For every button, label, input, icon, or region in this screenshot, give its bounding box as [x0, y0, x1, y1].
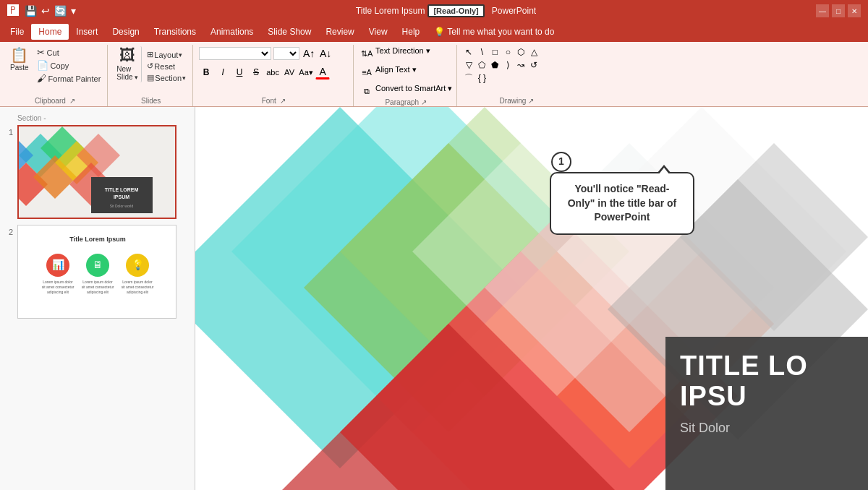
paragraph-group: ⇅A Text Direction ▾ ≡A Align Text ▾ ⧉ Co…: [355, 45, 457, 106]
slide-item-2[interactable]: 2 Title Lorem Ipsum 📊 🖥 💡 Lorem ipsum do…: [3, 225, 192, 319]
presentation-title: Title Lorem Ipsum: [356, 6, 425, 16]
svg-text:sit amet consectetur: sit amet consectetur: [122, 285, 154, 289]
slide-dark-box: TITLE LOIPSU Sit Dolor: [665, 337, 868, 490]
svg-text:Lorem ipsum dolor: Lorem ipsum dolor: [82, 280, 113, 284]
callout-number: 1: [551, 152, 571, 172]
change-case-button[interactable]: Aa▾: [299, 65, 313, 79]
para-row-2: ≡A Align Text ▾: [359, 65, 417, 79]
clipboard-content: 📋 Paste ✂ Cut 📄 Copy 🖌 Format Painter: [7, 46, 103, 97]
slide-thumb-2[interactable]: Title Lorem Ipsum 📊 🖥 💡 Lorem ipsum dolo…: [17, 225, 176, 319]
font-label: Font ↗: [199, 97, 349, 106]
bold-button[interactable]: B: [199, 65, 213, 79]
shadow-button[interactable]: abc: [265, 65, 280, 79]
app-name: PowerPoint: [492, 6, 536, 16]
menu-help[interactable]: Help: [395, 24, 427, 40]
format-painter-button[interactable]: 🖌 Format Painter: [35, 72, 103, 85]
copy-button[interactable]: 📄 Copy: [35, 59, 103, 72]
slide-subtitle: Sit Dolor: [680, 421, 854, 436]
menu-home[interactable]: Home: [31, 24, 69, 40]
menu-search[interactable]: 💡 Tell me what you want to do: [427, 24, 561, 40]
slides-group: 🖼 NewSlide ▾ ⊞ Layout ▾ ↺ Reset ▤ Sectio…: [109, 45, 193, 106]
menu-file[interactable]: File: [3, 24, 31, 40]
shape5-icon[interactable]: ⟩: [502, 59, 514, 71]
underline-button[interactable]: U: [232, 65, 247, 79]
save-icon[interactable]: 💾: [25, 5, 37, 17]
svg-text:Sit Dolor world: Sit Dolor world: [110, 204, 134, 208]
copy-icon: 📄: [37, 60, 48, 71]
font-size-select[interactable]: [273, 47, 299, 60]
reset-icon: ↺: [147, 61, 153, 71]
menu-transitions[interactable]: Transitions: [147, 24, 203, 40]
strikethrough-button[interactable]: S: [249, 65, 263, 79]
callout-text: You'll notice "Read-Only" in the title b…: [568, 183, 677, 223]
shape8-icon[interactable]: ⌒: [463, 72, 475, 84]
slide-view: TITLE LOIPSU Sit Dolor 1 You'll notice "…: [195, 107, 868, 490]
line-tool-icon[interactable]: \: [476, 46, 488, 58]
slide-item-1[interactable]: 1 TITLE LOREM IPSUM: [3, 125, 192, 219]
drawing-label: Drawing ↗: [463, 97, 570, 106]
clipboard-small-btns: ✂ Cut 📄 Copy 🖌 Format Painter: [35, 46, 103, 85]
font-name-select[interactable]: [199, 47, 271, 60]
text-direction-button[interactable]: ⇅A: [359, 46, 374, 61]
select-tool-icon[interactable]: ↖: [463, 46, 475, 58]
para-row-1: ⇅A Text Direction ▾: [359, 46, 430, 61]
format-painter-icon: 🖌: [37, 73, 46, 84]
redo-icon[interactable]: 🔄: [54, 5, 67, 17]
cut-button[interactable]: ✂ Cut: [35, 46, 103, 59]
reset-button[interactable]: ↺ Reset: [145, 61, 188, 72]
arrow-tool-icon[interactable]: △: [528, 46, 540, 58]
new-slide-button[interactable]: 🖼 NewSlide ▾: [114, 46, 142, 82]
slides-small-btns: ⊞ Layout ▾ ↺ Reset ▤ Section ▾: [145, 49, 188, 83]
layout-button[interactable]: ⊞ Layout ▾: [145, 49, 188, 60]
align-text-button[interactable]: ≡A: [359, 65, 374, 79]
shape7-icon[interactable]: ↺: [528, 59, 540, 71]
svg-text:IPSUM: IPSUM: [114, 194, 129, 199]
menu-review[interactable]: Review: [318, 24, 361, 40]
svg-text:Title Lorem Ipsum: Title Lorem Ipsum: [69, 236, 125, 243]
paste-button[interactable]: 📋 Paste: [7, 46, 32, 73]
menu-design[interactable]: Design: [105, 24, 146, 40]
quick-access-toolbar: 🅿 💾 ↩ 🔄 ▾: [7, 4, 76, 17]
maximize-button[interactable]: □: [832, 4, 845, 17]
font-group: A↑ A↓ B I U S abc AV Aa▾ A Font ↗: [195, 45, 354, 106]
kerning-button[interactable]: AV: [282, 65, 297, 79]
menu-insert[interactable]: Insert: [69, 24, 105, 40]
slide-canvas: TITLE LOIPSU Sit Dolor 1 You'll notice "…: [195, 107, 868, 490]
font-color-button[interactable]: A: [315, 65, 330, 79]
shape6-icon[interactable]: ↝: [515, 59, 527, 71]
close-button[interactable]: ✕: [848, 4, 861, 17]
font-row-1: A↑ A↓: [199, 46, 333, 61]
section-button[interactable]: ▤ Section ▾: [145, 72, 188, 83]
increase-font-button[interactable]: A↑: [302, 46, 316, 61]
convert-smartart-button[interactable]: ⧉: [359, 84, 374, 98]
menu-view[interactable]: View: [362, 24, 395, 40]
slide-thumb-1[interactable]: TITLE LOREM IPSUM Sit Dolor world: [17, 125, 176, 219]
minimize-button[interactable]: —: [816, 4, 829, 17]
decrease-font-button[interactable]: A↓: [318, 46, 333, 61]
paste-icon: 📋: [10, 48, 28, 62]
more-shapes-icon[interactable]: ⬡: [515, 46, 527, 58]
svg-text:adipiscing elit: adipiscing elit: [87, 290, 109, 294]
section-label: Section -: [3, 113, 192, 125]
shape4-icon[interactable]: ⬟: [489, 59, 501, 71]
font-content: A↑ A↓ B I U S abc AV Aa▾ A: [199, 46, 333, 97]
more-icon[interactable]: ▾: [71, 5, 76, 17]
italic-button[interactable]: I: [216, 65, 230, 79]
font-row-2: B I U S abc AV Aa▾ A: [199, 65, 330, 79]
clipboard-label: Clipboard ↗: [7, 97, 103, 106]
undo-icon[interactable]: ↩: [41, 5, 50, 17]
shape3-icon[interactable]: ⬠: [476, 59, 488, 71]
drawing-content: ↖ \ □ ○ ⬡ △ ▽ ⬠ ⬟ ⟩ ↝ ↺ ⌒ { }: [463, 46, 550, 97]
section-icon: ▤: [147, 73, 154, 82]
shape9-icon[interactable]: { }: [476, 72, 488, 84]
svg-text:adipiscing elit: adipiscing elit: [47, 290, 69, 294]
paragraph-content: ⇅A Text Direction ▾ ≡A Align Text ▾ ⧉ Co…: [359, 46, 452, 98]
menu-bar: File Home Insert Design Transitions Anim…: [0, 22, 868, 42]
svg-text:sit amet consectetur: sit amet consectetur: [82, 285, 114, 289]
para-row-3: ⧉ Convert to SmartArt ▾: [359, 84, 452, 98]
rectangle-tool-icon[interactable]: □: [489, 46, 501, 58]
shape2-icon[interactable]: ▽: [463, 59, 475, 71]
menu-animations[interactable]: Animations: [203, 24, 260, 40]
circle-tool-icon[interactable]: ○: [502, 46, 514, 58]
menu-slideshow[interactable]: Slide Show: [260, 24, 318, 40]
